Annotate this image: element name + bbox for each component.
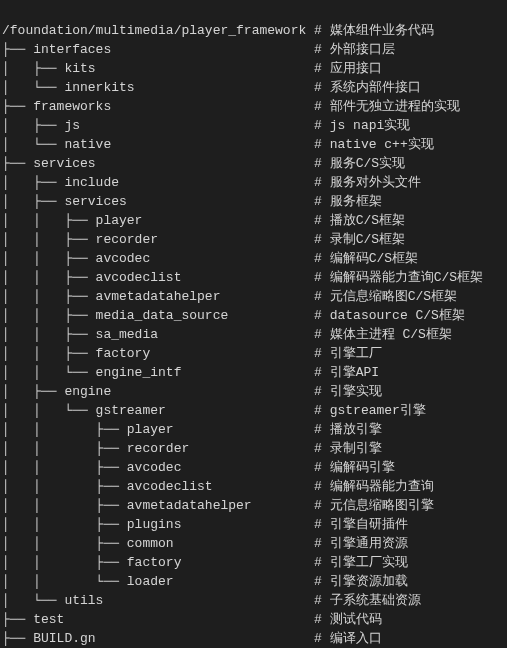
tree-root-line: /foundation/multimedia/player_framework … [2,21,505,40]
entry-left: │ │ ├── media_data_source [2,308,314,323]
comment-marker: # [314,270,330,285]
comment-marker: # [314,460,330,475]
entry-left: │ │ ├── avcodeclist [2,479,314,494]
tree-line: │ │ ├── common # 引擎通用资源 [2,534,505,553]
entry-left: │ │ ├── plugins [2,517,314,532]
entry-left: ├── interfaces [2,42,314,57]
entry-comment: 引擎通用资源 [330,536,408,551]
tree-line: │ │ ├── avcodeclist # 编解码器能力查询C/S框架 [2,268,505,287]
entry-left: │ │ ├── sa_media [2,327,314,342]
comment-marker: # [314,251,330,266]
entry-comment: 外部接口层 [330,42,395,57]
comment-marker: # [314,118,330,133]
tree-line: │ └── innerkits # 系统内部件接口 [2,78,505,97]
tree-line: │ │ ├── avcodeclist # 编解码器能力查询 [2,477,505,496]
entry-left: │ │ ├── avcodeclist [2,270,314,285]
entry-comment: 引擎实现 [330,384,382,399]
entry-left: ├── test [2,612,314,627]
tree-line: │ └── native # native c++实现 [2,135,505,154]
entry-comment: 应用接口 [330,61,382,76]
tree-line: │ │ ├── avcodec # 编解码C/S框架 [2,249,505,268]
entry-comment: native c++实现 [330,137,434,152]
tree-line: │ │ ├── player # 播放C/S框架 [2,211,505,230]
comment-marker: # [314,99,330,114]
comment-marker: # [314,42,330,57]
entry-comment: 播放引擎 [330,422,382,437]
comment-marker: # [314,346,330,361]
entry-left: ├── frameworks [2,99,314,114]
comment-marker: # [314,23,330,38]
tree-line: │ ├── kits # 应用接口 [2,59,505,78]
entry-left: │ └── utils [2,593,314,608]
entry-comment: 编解码器能力查询 [330,479,434,494]
entry-comment: 编解码引擎 [330,460,395,475]
comment-marker: # [314,232,330,247]
tree-line: │ │ ├── media_data_source # datasource C… [2,306,505,325]
comment-marker: # [314,156,330,171]
comment-marker: # [314,365,330,380]
tree-line: │ └── utils # 子系统基础资源 [2,591,505,610]
entry-left: │ │ ├── recorder [2,232,314,247]
entry-comment: 服务C/S实现 [330,156,405,171]
entry-comment: 系统内部件接口 [330,80,421,95]
comment-marker: # [314,137,330,152]
entry-left: │ ├── include [2,175,314,190]
comment-marker: # [314,479,330,494]
comment-marker: # [314,61,330,76]
entry-comment: 引擎资源加载 [330,574,408,589]
entry-left: │ ├── engine [2,384,314,399]
comment-marker: # [314,213,330,228]
comment-marker: # [314,308,330,323]
comment-marker: # [314,80,330,95]
comment-marker: # [314,422,330,437]
entry-left: │ └── innerkits [2,80,314,95]
root-comment: 媒体组件业务代码 [330,23,434,38]
tree-line: │ ├── include # 服务对外头文件 [2,173,505,192]
tree-line: │ │ ├── avmetadatahelper # 元信息缩略图引擎 [2,496,505,515]
entry-left: │ │ └── engine_intf [2,365,314,380]
comment-marker: # [314,536,330,551]
entry-left: ├── BUILD.gn [2,631,314,646]
root-path: /foundation/multimedia/player_framework [2,23,314,38]
entry-left: ├── services [2,156,314,171]
tree-line: │ │ ├── recorder # 录制引擎 [2,439,505,458]
entry-comment: 服务框架 [330,194,382,209]
entry-comment: datasource C/S框架 [330,308,465,323]
tree-line: │ │ ├── factory # 引擎工厂 [2,344,505,363]
entry-comment: 录制引擎 [330,441,382,456]
comment-marker: # [314,555,330,570]
tree-line: │ │ ├── factory # 引擎工厂实现 [2,553,505,572]
comment-marker: # [314,574,330,589]
entry-left: │ │ ├── recorder [2,441,314,456]
entry-comment: 编译入口 [330,631,382,646]
entry-left: │ ├── services [2,194,314,209]
comment-marker: # [314,631,330,646]
entry-comment: 子系统基础资源 [330,593,421,608]
entry-left: │ │ ├── player [2,422,314,437]
entry-comment: 服务对外头文件 [330,175,421,190]
comment-marker: # [314,441,330,456]
comment-marker: # [314,612,330,627]
comment-marker: # [314,289,330,304]
tree-line: ├── frameworks # 部件无独立进程的实现 [2,97,505,116]
tree-line: │ │ └── engine_intf # 引擎API [2,363,505,382]
entry-comment: 元信息缩略图引擎 [330,498,434,513]
entry-left: │ │ ├── player [2,213,314,228]
entry-left: │ │ ├── avcodec [2,460,314,475]
tree-line: │ ├── services # 服务框架 [2,192,505,211]
entry-comment: 媒体主进程 C/S框架 [330,327,452,342]
entry-comment: 播放C/S框架 [330,213,405,228]
entry-left: │ ├── js [2,118,314,133]
entry-comment: 部件无独立进程的实现 [330,99,460,114]
entry-left: │ │ └── gstreamer [2,403,314,418]
comment-marker: # [314,498,330,513]
entry-comment: 引擎工厂 [330,346,382,361]
comment-marker: # [314,403,330,418]
tree-line: │ │ └── gstreamer # gstreamer引擎 [2,401,505,420]
entry-comment: 编解码C/S框架 [330,251,418,266]
entry-left: │ └── native [2,137,314,152]
entry-left: │ │ ├── factory [2,346,314,361]
entry-left: │ │ ├── avcodec [2,251,314,266]
tree-line: │ │ ├── plugins # 引擎自研插件 [2,515,505,534]
entry-comment: 引擎自研插件 [330,517,408,532]
